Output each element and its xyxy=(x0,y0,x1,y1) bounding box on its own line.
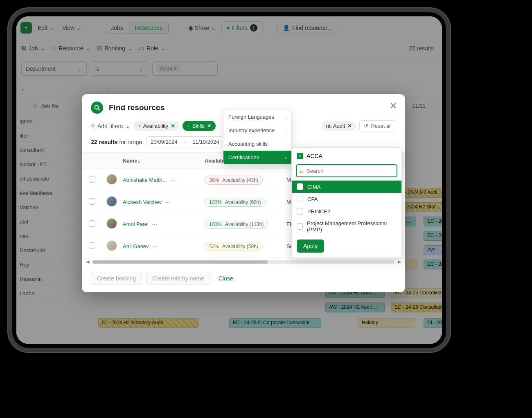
cert-option-label: CIMA xyxy=(307,184,321,190)
remove-icon[interactable]: ✕ xyxy=(207,123,212,129)
chevron-right-icon: › xyxy=(285,128,286,133)
close-button[interactable]: Close xyxy=(214,272,237,285)
plus-icon: + xyxy=(138,123,141,129)
chevron-right-icon: › xyxy=(285,115,286,120)
cert-option[interactable]: CIMA xyxy=(292,181,401,193)
cert-option-label: Project Management Professional (PMP) xyxy=(307,220,397,233)
availability-pill: 38%Availability (43h) xyxy=(205,176,263,185)
scrollbar-thumb[interactable] xyxy=(92,260,268,264)
date-from: 23/09/2024 xyxy=(151,139,177,145)
scroll-right-icon[interactable]: ▶ xyxy=(398,259,401,264)
arrow-right-icon: → xyxy=(182,139,187,145)
cert-option-label: PRINCE2 xyxy=(307,208,330,215)
selected-cert-row[interactable]: ACCA xyxy=(292,151,401,163)
skill-category-item[interactable]: Industry experience› xyxy=(223,124,291,137)
availability-pill: 53%Availability (59h) xyxy=(205,242,263,251)
results-text: 22 results for range xyxy=(91,139,142,145)
remove-icon[interactable]: ✕ xyxy=(171,123,175,129)
svg-point-0 xyxy=(95,106,99,109)
chip-label: Skills xyxy=(192,123,205,129)
resource-name-link[interactable]: Anil Ganev xyxy=(123,243,149,249)
checkbox-icon[interactable] xyxy=(297,196,303,202)
more-icon[interactable]: ⋯ xyxy=(152,243,158,249)
avatar xyxy=(106,218,117,229)
close-icon[interactable]: ✕ xyxy=(390,101,397,111)
date-range-picker[interactable]: 23/09/2024 → 11/10/2024 xyxy=(146,136,223,147)
avatar xyxy=(106,196,117,207)
filter-chip-department[interactable]: nt: Audit ✕ xyxy=(322,121,356,131)
cert-option[interactable]: Project Management Professional (PMP) xyxy=(292,217,401,235)
resource-name-link[interactable]: Abhishake Matth... xyxy=(123,177,167,183)
category-label: Foreign Languages xyxy=(228,114,274,120)
category-label: Certifications xyxy=(228,154,259,160)
plus-icon: + xyxy=(187,123,190,129)
category-label: Accounting skills xyxy=(228,141,268,147)
apply-button[interactable]: Apply xyxy=(297,240,324,253)
undo-icon: ↺ xyxy=(364,123,368,129)
skill-category-item[interactable]: Accounting skills› xyxy=(223,137,291,151)
create-booking-button[interactable]: Create booking xyxy=(91,272,142,285)
modal-title: Find resources xyxy=(109,103,165,112)
category-label: Industry experience xyxy=(228,127,275,133)
checkbox-icon[interactable] xyxy=(297,183,303,190)
filter-icon: ⚲ xyxy=(91,123,95,129)
search-icon: ⌕ xyxy=(300,167,304,174)
resource-name-link[interactable]: Amol Patel xyxy=(123,221,149,227)
column-name[interactable]: Name▴ xyxy=(119,153,201,169)
create-role-button[interactable]: Create role by name xyxy=(146,272,210,285)
filter-chip-skills[interactable]: + Skills ✕ xyxy=(183,121,216,131)
availability-pill: 100%Availability (68h) xyxy=(205,198,266,207)
avatar xyxy=(106,174,117,185)
row-checkbox[interactable] xyxy=(89,220,95,227)
more-icon[interactable]: ⋯ xyxy=(165,199,171,205)
scroll-left-icon[interactable]: ◀ xyxy=(86,259,89,264)
reset-all-button[interactable]: ↺ Reset all xyxy=(359,120,396,131)
avatar xyxy=(106,240,117,251)
cert-option[interactable]: CPA xyxy=(292,193,401,205)
chevron-right-icon: › xyxy=(285,142,286,147)
checkbox-checked-icon[interactable] xyxy=(297,153,303,159)
search-icon xyxy=(91,102,103,114)
add-filters-button[interactable]: ⚲ Add filters ⌄ xyxy=(91,123,130,129)
checkbox-icon[interactable] xyxy=(297,208,303,215)
chevron-down-icon: ⌄ xyxy=(125,123,130,129)
skills-category-flyout: Foreign Languages›Industry experience›Ac… xyxy=(223,110,292,165)
checkbox-icon[interactable] xyxy=(297,223,303,230)
cert-option-label: CPA xyxy=(307,196,318,202)
horizontal-scrollbar[interactable]: ◀ ▶ xyxy=(82,258,405,266)
availability-pill: 100%Availability (113h) xyxy=(205,220,268,229)
certifications-flyout: ACCA ⌕ CIMACPAPRINCE2Project Management … xyxy=(291,147,402,258)
chip-label: Availability xyxy=(143,123,168,129)
skill-category-item[interactable]: Certifications› xyxy=(223,151,291,164)
selected-cert-label: ACCA xyxy=(307,153,322,159)
row-checkbox[interactable] xyxy=(89,176,95,183)
row-checkbox[interactable] xyxy=(89,242,95,249)
cert-option[interactable]: PRINCE2 xyxy=(292,205,401,217)
resource-name-link[interactable]: Alokesh Valchev xyxy=(123,199,162,205)
skill-category-item[interactable]: Foreign Languages› xyxy=(223,110,291,124)
cert-search-box[interactable]: ⌕ xyxy=(296,164,397,177)
sort-asc-icon: ▴ xyxy=(138,159,140,163)
row-checkbox[interactable] xyxy=(89,198,95,205)
reset-label: Reset all xyxy=(371,123,392,129)
svg-line-1 xyxy=(98,109,99,110)
add-filters-label: Add filters xyxy=(97,123,123,129)
chevron-right-icon: › xyxy=(285,155,286,160)
filter-chip-availability[interactable]: + Availability ✕ xyxy=(133,121,179,131)
remove-icon[interactable]: ✕ xyxy=(347,123,352,129)
date-to: 11/10/2024 xyxy=(192,139,219,145)
cert-search-input[interactable] xyxy=(307,168,393,174)
chip-label: nt: Audit xyxy=(326,123,345,129)
more-icon[interactable]: ⋯ xyxy=(152,221,158,227)
more-icon[interactable]: ⋯ xyxy=(170,177,176,183)
